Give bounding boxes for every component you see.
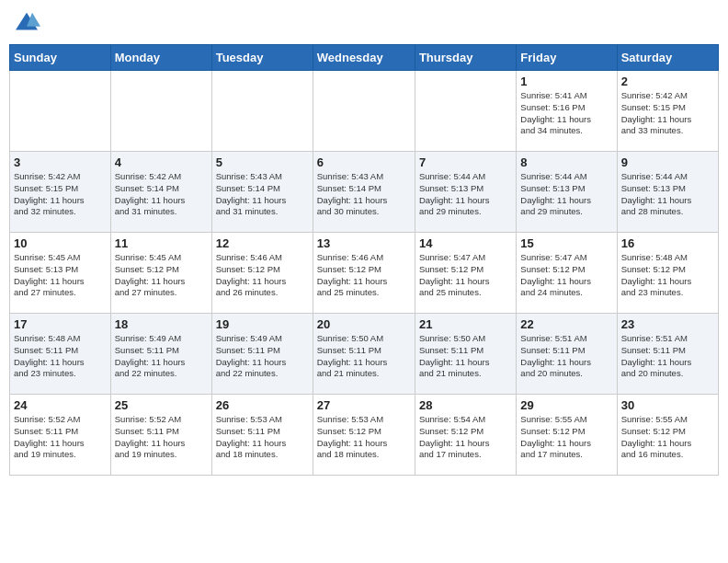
calendar-cell xyxy=(10,71,111,152)
calendar-week-3: 10Sunrise: 5:45 AM Sunset: 5:13 PM Dayli… xyxy=(10,233,719,314)
calendar-cell: 2Sunrise: 5:42 AM Sunset: 5:15 PM Daylig… xyxy=(617,71,718,152)
calendar-week-5: 24Sunrise: 5:52 AM Sunset: 5:11 PM Dayli… xyxy=(10,395,719,476)
day-number: 28 xyxy=(419,398,512,412)
day-info: Sunrise: 5:43 AM Sunset: 5:14 PM Dayligh… xyxy=(216,171,309,218)
calendar-cell xyxy=(313,71,415,152)
day-number: 3 xyxy=(14,155,107,169)
day-number: 25 xyxy=(115,398,208,412)
calendar-cell: 14Sunrise: 5:47 AM Sunset: 5:12 PM Dayli… xyxy=(415,233,516,314)
day-info: Sunrise: 5:42 AM Sunset: 5:15 PM Dayligh… xyxy=(621,90,714,137)
day-info: Sunrise: 5:48 AM Sunset: 5:11 PM Dayligh… xyxy=(14,333,107,380)
day-header-sunday: Sunday xyxy=(10,45,111,71)
day-info: Sunrise: 5:41 AM Sunset: 5:16 PM Dayligh… xyxy=(520,90,612,137)
calendar-cell: 21Sunrise: 5:50 AM Sunset: 5:11 PM Dayli… xyxy=(415,314,516,395)
day-info: Sunrise: 5:55 AM Sunset: 5:12 PM Dayligh… xyxy=(621,414,714,461)
day-info: Sunrise: 5:49 AM Sunset: 5:11 PM Dayligh… xyxy=(216,333,309,380)
day-info: Sunrise: 5:45 AM Sunset: 5:13 PM Dayligh… xyxy=(14,252,107,299)
day-header-tuesday: Tuesday xyxy=(211,45,313,71)
day-number: 21 xyxy=(419,317,512,331)
day-number: 16 xyxy=(621,236,714,250)
calendar-cell: 6Sunrise: 5:43 AM Sunset: 5:14 PM Daylig… xyxy=(313,152,415,233)
calendar-cell: 20Sunrise: 5:50 AM Sunset: 5:11 PM Dayli… xyxy=(313,314,415,395)
day-number: 9 xyxy=(621,155,714,169)
calendar-cell: 7Sunrise: 5:44 AM Sunset: 5:13 PM Daylig… xyxy=(415,152,516,233)
calendar-week-4: 17Sunrise: 5:48 AM Sunset: 5:11 PM Dayli… xyxy=(10,314,719,395)
calendar-cell: 22Sunrise: 5:51 AM Sunset: 5:11 PM Dayli… xyxy=(517,314,617,395)
day-info: Sunrise: 5:45 AM Sunset: 5:12 PM Dayligh… xyxy=(115,252,208,299)
calendar-cell xyxy=(415,71,516,152)
calendar-cell: 19Sunrise: 5:49 AM Sunset: 5:11 PM Dayli… xyxy=(211,314,313,395)
day-number: 2 xyxy=(621,75,714,88)
day-header-wednesday: Wednesday xyxy=(313,45,415,71)
day-info: Sunrise: 5:54 AM Sunset: 5:12 PM Dayligh… xyxy=(419,414,512,461)
day-number: 8 xyxy=(520,155,612,169)
day-number: 13 xyxy=(317,236,411,250)
calendar-table: SundayMondayTuesdayWednesdayThursdayFrid… xyxy=(9,44,719,476)
day-number: 29 xyxy=(520,398,612,412)
day-info: Sunrise: 5:46 AM Sunset: 5:12 PM Dayligh… xyxy=(317,252,411,299)
calendar-cell: 28Sunrise: 5:54 AM Sunset: 5:12 PM Dayli… xyxy=(415,395,516,476)
calendar-cell xyxy=(211,71,313,152)
calendar-cell: 8Sunrise: 5:44 AM Sunset: 5:13 PM Daylig… xyxy=(517,152,617,233)
day-number: 4 xyxy=(115,155,208,169)
day-number: 11 xyxy=(115,236,208,250)
day-number: 26 xyxy=(216,398,309,412)
day-number: 27 xyxy=(317,398,411,412)
day-number: 6 xyxy=(317,155,411,169)
day-number: 23 xyxy=(621,317,714,331)
day-number: 1 xyxy=(520,75,612,88)
calendar-cell: 25Sunrise: 5:52 AM Sunset: 5:11 PM Dayli… xyxy=(110,395,211,476)
day-info: Sunrise: 5:50 AM Sunset: 5:11 PM Dayligh… xyxy=(317,333,411,380)
calendar-cell: 3Sunrise: 5:42 AM Sunset: 5:15 PM Daylig… xyxy=(10,152,111,233)
day-info: Sunrise: 5:44 AM Sunset: 5:13 PM Dayligh… xyxy=(520,171,612,218)
day-info: Sunrise: 5:44 AM Sunset: 5:13 PM Dayligh… xyxy=(419,171,512,218)
calendar-cell: 30Sunrise: 5:55 AM Sunset: 5:12 PM Dayli… xyxy=(617,395,718,476)
day-number: 10 xyxy=(14,236,107,250)
day-number: 12 xyxy=(216,236,309,250)
day-info: Sunrise: 5:44 AM Sunset: 5:13 PM Dayligh… xyxy=(621,171,714,218)
day-info: Sunrise: 5:47 AM Sunset: 5:12 PM Dayligh… xyxy=(520,252,612,299)
page-header xyxy=(9,9,719,37)
calendar-cell: 24Sunrise: 5:52 AM Sunset: 5:11 PM Dayli… xyxy=(10,395,111,476)
calendar-cell: 13Sunrise: 5:46 AM Sunset: 5:12 PM Dayli… xyxy=(313,233,415,314)
calendar-cell: 18Sunrise: 5:49 AM Sunset: 5:11 PM Dayli… xyxy=(110,314,211,395)
calendar-cell: 16Sunrise: 5:48 AM Sunset: 5:12 PM Dayli… xyxy=(617,233,718,314)
day-info: Sunrise: 5:43 AM Sunset: 5:14 PM Dayligh… xyxy=(317,171,411,218)
calendar-cell: 10Sunrise: 5:45 AM Sunset: 5:13 PM Dayli… xyxy=(10,233,111,314)
calendar-cell: 1Sunrise: 5:41 AM Sunset: 5:16 PM Daylig… xyxy=(517,71,617,152)
calendar-cell: 27Sunrise: 5:53 AM Sunset: 5:12 PM Dayli… xyxy=(313,395,415,476)
day-number: 15 xyxy=(520,236,612,250)
calendar-cell: 5Sunrise: 5:43 AM Sunset: 5:14 PM Daylig… xyxy=(211,152,313,233)
day-header-friday: Friday xyxy=(517,45,617,71)
day-info: Sunrise: 5:47 AM Sunset: 5:12 PM Dayligh… xyxy=(419,252,512,299)
day-number: 14 xyxy=(419,236,512,250)
day-info: Sunrise: 5:46 AM Sunset: 5:12 PM Dayligh… xyxy=(216,252,309,299)
day-header-saturday: Saturday xyxy=(617,45,718,71)
logo-icon xyxy=(13,9,40,37)
calendar-week-1: 1Sunrise: 5:41 AM Sunset: 5:16 PM Daylig… xyxy=(10,71,719,152)
day-number: 30 xyxy=(621,398,714,412)
day-info: Sunrise: 5:51 AM Sunset: 5:11 PM Dayligh… xyxy=(520,333,612,380)
day-info: Sunrise: 5:48 AM Sunset: 5:12 PM Dayligh… xyxy=(621,252,714,299)
day-info: Sunrise: 5:49 AM Sunset: 5:11 PM Dayligh… xyxy=(115,333,208,380)
calendar-cell: 23Sunrise: 5:51 AM Sunset: 5:11 PM Dayli… xyxy=(617,314,718,395)
day-info: Sunrise: 5:50 AM Sunset: 5:11 PM Dayligh… xyxy=(419,333,512,380)
calendar-cell: 11Sunrise: 5:45 AM Sunset: 5:12 PM Dayli… xyxy=(110,233,211,314)
day-number: 24 xyxy=(14,398,107,412)
calendar-cell xyxy=(110,71,211,152)
logo xyxy=(13,9,44,37)
day-number: 5 xyxy=(216,155,309,169)
day-info: Sunrise: 5:52 AM Sunset: 5:11 PM Dayligh… xyxy=(14,414,107,461)
calendar-header-row: SundayMondayTuesdayWednesdayThursdayFrid… xyxy=(10,45,719,71)
day-info: Sunrise: 5:55 AM Sunset: 5:12 PM Dayligh… xyxy=(520,414,612,461)
day-info: Sunrise: 5:42 AM Sunset: 5:14 PM Dayligh… xyxy=(115,171,208,218)
day-number: 17 xyxy=(14,317,107,331)
calendar-cell: 15Sunrise: 5:47 AM Sunset: 5:12 PM Dayli… xyxy=(517,233,617,314)
day-number: 20 xyxy=(317,317,411,331)
day-number: 22 xyxy=(520,317,612,331)
day-header-monday: Monday xyxy=(110,45,211,71)
day-number: 7 xyxy=(419,155,512,169)
calendar-cell: 12Sunrise: 5:46 AM Sunset: 5:12 PM Dayli… xyxy=(211,233,313,314)
calendar-week-2: 3Sunrise: 5:42 AM Sunset: 5:15 PM Daylig… xyxy=(10,152,719,233)
calendar-cell: 9Sunrise: 5:44 AM Sunset: 5:13 PM Daylig… xyxy=(617,152,718,233)
